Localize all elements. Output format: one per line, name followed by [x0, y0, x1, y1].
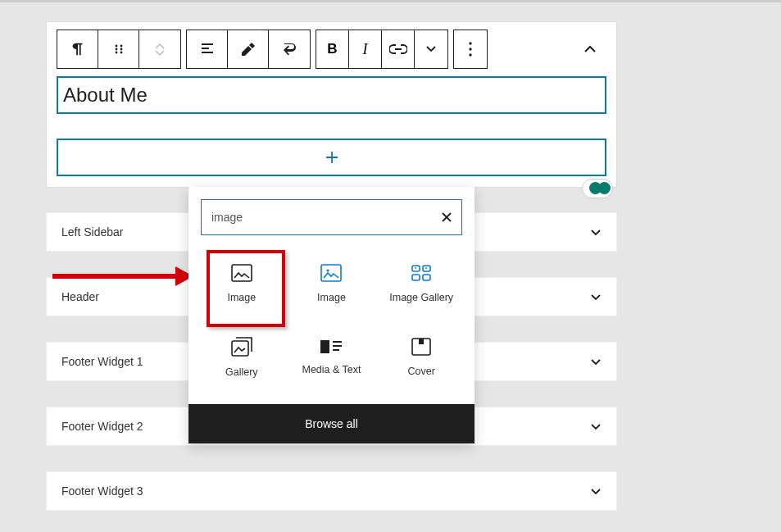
chevron-down-icon	[590, 423, 602, 430]
align-button[interactable]	[187, 30, 228, 68]
block-image[interactable]: Image	[198, 248, 285, 319]
widget-label: Footer Widget 2	[61, 420, 143, 433]
block-media-text[interactable]: Media & Text	[288, 322, 375, 393]
svg-point-4	[115, 52, 117, 54]
media-text-icon	[320, 339, 343, 354]
chevron-down-icon	[590, 229, 602, 236]
more-rich-text-button[interactable]	[415, 30, 447, 68]
browse-all-button[interactable]: Browse all	[188, 404, 475, 443]
help-bubble[interactable]	[580, 179, 616, 198]
svg-point-2	[115, 48, 117, 51]
block-cover[interactable]: Cover	[378, 322, 465, 393]
svg-rect-21	[419, 339, 424, 344]
editor-panel: B I About Me	[46, 21, 617, 188]
svg-rect-14	[412, 275, 420, 280]
clear-search-icon[interactable]	[440, 211, 453, 224]
block-image-alt[interactable]: Image	[288, 248, 375, 319]
image-icon	[320, 264, 342, 282]
block-search-field[interactable]	[201, 199, 462, 235]
widget-area-footer-3[interactable]: Footer Widget 3	[46, 471, 617, 511]
drag-icon[interactable]	[113, 43, 125, 55]
svg-point-3	[120, 48, 122, 51]
block-toolbar: B I	[47, 22, 616, 76]
chevron-down-icon	[590, 358, 602, 366]
widget-label: Left Sidebar	[61, 225, 124, 239]
link-button[interactable]	[382, 30, 415, 68]
annotation-arrow	[25, 265, 188, 288]
svg-point-17	[425, 267, 427, 269]
svg-point-5	[120, 52, 122, 54]
chevron-down-icon	[590, 293, 602, 301]
move-up-down[interactable]	[139, 30, 180, 68]
svg-point-8	[469, 53, 471, 56]
add-block-button[interactable]	[57, 139, 606, 176]
svg-point-6	[469, 42, 471, 44]
eyedropper-button[interactable]	[228, 30, 269, 68]
grid-icon	[411, 264, 432, 282]
heading-input[interactable]: About Me	[57, 76, 606, 114]
collapse-panel-button[interactable]	[574, 33, 606, 66]
bold-button[interactable]: B	[316, 30, 349, 68]
image-icon	[231, 264, 252, 282]
search-input[interactable]	[211, 211, 440, 224]
svg-rect-15	[423, 275, 430, 280]
widget-label: Footer Widget 3	[61, 484, 143, 498]
svg-point-0	[115, 45, 117, 48]
plus-icon	[324, 149, 340, 166]
svg-point-1	[120, 45, 122, 48]
block-inserter-popover: Image Image Image Gallery Gallery Media …	[188, 187, 475, 443]
svg-rect-10	[321, 265, 341, 281]
svg-rect-19	[320, 340, 329, 353]
block-image-gallery[interactable]: Image Gallery	[378, 248, 465, 319]
options-button[interactable]	[454, 30, 487, 68]
svg-point-11	[327, 269, 329, 271]
italic-button[interactable]: I	[349, 30, 382, 68]
widget-label: Header	[61, 290, 99, 303]
svg-point-16	[415, 267, 416, 269]
widget-label: Footer Widget 1	[61, 355, 143, 368]
svg-point-7	[469, 48, 471, 50]
svg-rect-9	[232, 265, 252, 281]
transform-button[interactable]	[269, 30, 310, 68]
paragraph-button[interactable]	[57, 30, 98, 68]
cover-icon	[411, 338, 431, 356]
chevron-down-icon	[590, 488, 602, 495]
block-gallery[interactable]: Gallery	[198, 322, 285, 393]
gallery-icon	[231, 337, 252, 357]
